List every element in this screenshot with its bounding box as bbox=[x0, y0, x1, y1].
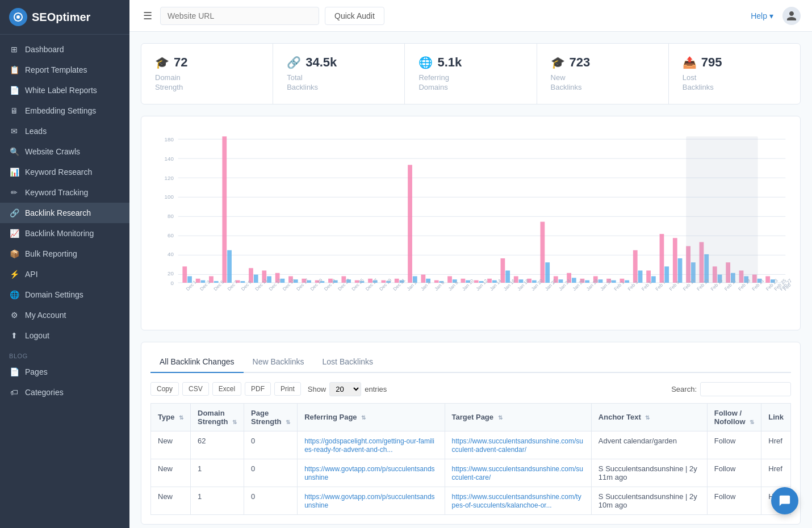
user-avatar[interactable] bbox=[782, 7, 801, 25]
svg-rect-61 bbox=[461, 279, 465, 283]
cell-page-0: 0 bbox=[244, 431, 298, 459]
sidebar-item-keyword-tracking[interactable]: ✏ Keyword Tracking bbox=[0, 182, 129, 203]
col-domain-strength[interactable]: DomainStrength ⇅ bbox=[191, 403, 244, 431]
sidebar-item-label: Backlink Research bbox=[25, 208, 91, 217]
col-follow[interactable]: Follow /Nofollow ⇅ bbox=[707, 403, 761, 431]
sidebar-item-website-crawls[interactable]: 🔍 Website Crawls bbox=[0, 141, 129, 162]
entries-select[interactable]: 20 50 100 bbox=[329, 382, 361, 396]
lost-backlinks-icon: 📤 bbox=[683, 56, 697, 69]
sidebar-item-bulk-reporting[interactable]: 📦 Bulk Reporting bbox=[0, 244, 129, 264]
col-type[interactable]: Type ⇅ bbox=[151, 403, 191, 431]
cell-target-1[interactable]: https://www.succulentsandsunshine.com/su… bbox=[445, 459, 591, 487]
search-label: Search: bbox=[671, 385, 697, 393]
tab-lost-backlinks[interactable]: Lost Backlinks bbox=[313, 351, 382, 373]
hamburger-button[interactable]: ☰ bbox=[141, 7, 154, 24]
dashboard-icon: ⊞ bbox=[9, 45, 19, 54]
sidebar-item-my-account[interactable]: ⚙ My Account bbox=[0, 305, 129, 325]
stat-total-backlinks: 🔗 34.5k TotalBacklinks bbox=[273, 44, 405, 104]
referring-domains-label: ReferringDomains bbox=[418, 73, 522, 93]
cell-target-2[interactable]: https://www.succulentsandsunshine.com/ty… bbox=[445, 487, 591, 514]
col-referring-page[interactable]: Referring Page ⇅ bbox=[298, 403, 445, 431]
svg-point-0 bbox=[16, 15, 20, 19]
categories-icon: 🏷 bbox=[9, 388, 19, 397]
api-icon: ⚡ bbox=[9, 270, 19, 279]
table-row: New 1 0 https://www.govtapp.com/p/succul… bbox=[151, 459, 791, 487]
domain-strength-icon: 🎓 bbox=[155, 56, 169, 69]
svg-text:Dec 31: Dec 31 bbox=[392, 278, 407, 292]
sidebar-item-categories[interactable]: 🏷 Categories bbox=[0, 382, 129, 403]
pdf-button[interactable]: PDF bbox=[245, 382, 271, 396]
sidebar-item-keyword-research[interactable]: 📊 Keyword Research bbox=[0, 162, 129, 182]
copy-button[interactable]: Copy bbox=[150, 382, 179, 396]
sidebar-item-label: Report Templates bbox=[25, 65, 87, 74]
svg-text:100: 100 bbox=[165, 194, 174, 200]
svg-text:Jan 12: Jan 12 bbox=[475, 278, 489, 292]
csv-button[interactable]: CSV bbox=[182, 382, 209, 396]
domain-strength-value: 72 bbox=[174, 55, 187, 70]
sidebar: SEOptimer ⊞ Dashboard 📋 Report Templates… bbox=[0, 0, 129, 528]
table-row: New 1 0 https://www.govtapp.com/p/succul… bbox=[151, 487, 791, 514]
svg-rect-25 bbox=[222, 136, 227, 283]
sidebar-item-white-label-reports[interactable]: 📄 White Label Reports bbox=[0, 80, 129, 100]
svg-text:Jan 28: Jan 28 bbox=[585, 278, 599, 292]
crawls-icon: 🔍 bbox=[9, 147, 19, 156]
cell-domain-2: 1 bbox=[191, 487, 244, 514]
print-button[interactable]: Print bbox=[274, 382, 301, 396]
keyword-research-icon: 📊 bbox=[9, 167, 19, 177]
chat-bubble-button[interactable] bbox=[771, 487, 798, 514]
sidebar-item-backlink-research[interactable]: 🔗 Backlink Research bbox=[0, 203, 129, 223]
search-input[interactable] bbox=[700, 382, 791, 396]
svg-rect-24 bbox=[214, 281, 219, 283]
sidebar-item-leads[interactable]: ✉ Leads bbox=[0, 121, 129, 141]
cell-target-0[interactable]: https://www.succulentsandsunshine.com/su… bbox=[445, 431, 591, 459]
sidebar-item-embedding-settings[interactable]: 🖥 Embedding Settings bbox=[0, 100, 129, 121]
cell-link-0: Href bbox=[761, 431, 791, 459]
sidebar-item-logout[interactable]: ⬆ Logout bbox=[0, 325, 129, 346]
svg-rect-63 bbox=[474, 280, 479, 282]
new-backlinks-value: 723 bbox=[570, 55, 591, 70]
sidebar-item-api[interactable]: ⚡ API bbox=[0, 264, 129, 284]
excel-button[interactable]: Excel bbox=[212, 382, 241, 396]
cell-referring-2[interactable]: https://www.govtapp.com/p/succulentsands… bbox=[298, 487, 445, 514]
sidebar-logo[interactable]: SEOptimer bbox=[0, 0, 129, 35]
sidebar-item-pages[interactable]: 📄 Pages bbox=[0, 362, 129, 382]
svg-text:180: 180 bbox=[165, 136, 174, 143]
stat-referring-domains: 🌐 5.1k ReferringDomains bbox=[405, 44, 537, 104]
cell-follow-1: Follow bbox=[707, 459, 761, 487]
svg-text:Dec 29: Dec 29 bbox=[379, 278, 393, 292]
bulk-reporting-icon: 📦 bbox=[9, 249, 19, 258]
col-page-strength[interactable]: PageStrength ⇅ bbox=[244, 403, 298, 431]
tab-all-backlink-changes[interactable]: All Backlink Changes bbox=[150, 351, 244, 373]
sidebar-item-backlink-monitoring[interactable]: 📈 Backlink Monitoring bbox=[0, 223, 129, 244]
col-link[interactable]: Link bbox=[761, 403, 791, 431]
svg-text:140: 140 bbox=[165, 156, 174, 162]
cell-referring-0[interactable]: https://godspacelight.com/getting-our-fa… bbox=[298, 431, 445, 459]
embedding-icon: 🖥 bbox=[9, 106, 19, 115]
tab-new-backlinks[interactable]: New Backlinks bbox=[244, 351, 313, 373]
col-target-page[interactable]: Target Page ⇅ bbox=[445, 403, 591, 431]
svg-text:60: 60 bbox=[168, 232, 174, 238]
svg-rect-82 bbox=[598, 279, 603, 283]
col-anchor-text[interactable]: Anchor Text ⇅ bbox=[591, 403, 707, 431]
new-backlinks-label: NewBacklinks bbox=[551, 73, 655, 93]
cell-type-1: New bbox=[151, 459, 191, 487]
sidebar-item-report-templates[interactable]: 📋 Report Templates bbox=[0, 60, 129, 80]
table-section: All Backlink Changes New Backlinks Lost … bbox=[141, 342, 801, 525]
sidebar-nav: ⊞ Dashboard 📋 Report Templates 📄 White L… bbox=[0, 35, 129, 528]
cell-referring-1[interactable]: https://www.govtapp.com/p/succulentsands… bbox=[298, 459, 445, 487]
svg-rect-86 bbox=[625, 280, 629, 282]
quick-audit-button[interactable]: Quick Audit bbox=[325, 7, 384, 25]
my-account-icon: ⚙ bbox=[9, 311, 19, 320]
svg-rect-88 bbox=[638, 270, 643, 282]
new-backlinks-icon: 🎓 bbox=[551, 56, 565, 69]
sidebar-item-dashboard[interactable]: ⊞ Dashboard bbox=[0, 39, 129, 60]
svg-rect-74 bbox=[545, 262, 550, 283]
cell-domain-0: 62 bbox=[191, 431, 244, 459]
sidebar-item-label: White Label Reports bbox=[25, 86, 97, 95]
sidebar-item-domain-settings[interactable]: 🌐 Domain Settings bbox=[0, 284, 129, 305]
help-button[interactable]: Help ▾ bbox=[751, 11, 773, 20]
svg-rect-19 bbox=[182, 266, 187, 283]
url-input[interactable] bbox=[160, 7, 319, 25]
svg-text:Jan 20: Jan 20 bbox=[530, 278, 544, 292]
svg-text:120: 120 bbox=[165, 175, 174, 181]
